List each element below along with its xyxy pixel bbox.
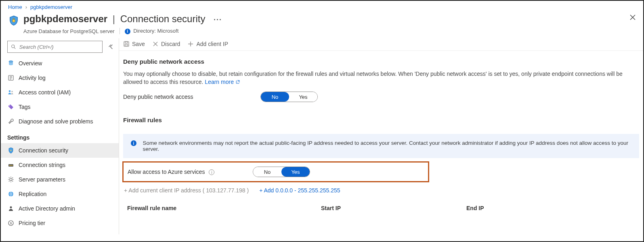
discard-button[interactable]: Discard bbox=[152, 41, 180, 47]
deny-toggle[interactable]: No Yes bbox=[260, 92, 318, 102]
shield-icon bbox=[8, 15, 19, 26]
svg-point-9 bbox=[10, 150, 12, 151]
firewall-info-text: Some network environments may not report… bbox=[143, 140, 631, 152]
subtitle-divider bbox=[120, 28, 120, 34]
sidebar-item-label: Diagnose and solve problems bbox=[19, 118, 93, 125]
col-end-ip: End IP bbox=[466, 205, 596, 211]
main-content: Save Discard Add client IP Deny public n… bbox=[119, 38, 643, 234]
connection-strings-icon bbox=[7, 161, 15, 169]
sidebar-item-server-parameters[interactable]: Server parameters bbox=[1, 172, 119, 187]
col-start-ip: Start IP bbox=[321, 205, 450, 211]
page-title-separator: | bbox=[110, 13, 117, 24]
sidebar-item-label: Tags bbox=[19, 104, 31, 110]
add-full-range-link[interactable]: + Add 0.0.0.0 - 255.255.255.255 bbox=[259, 187, 340, 194]
deny-section: Deny public network access You may optio… bbox=[119, 51, 643, 104]
sidebar-item-label: Replication bbox=[19, 191, 46, 197]
firewall-rule-headers: Firewall rule name Start IP End IP bbox=[119, 194, 643, 211]
firewall-add-links: + Add current client IP address ( 103.12… bbox=[119, 185, 643, 194]
firewall-section: Firewall rules bbox=[119, 104, 643, 130]
sidebar-item-activity-log[interactable]: Activity log bbox=[1, 71, 119, 85]
page-title-page: Connection security bbox=[120, 13, 206, 24]
add-client-ip-label: Add client IP bbox=[196, 41, 228, 47]
sidebar-search[interactable] bbox=[7, 41, 103, 53]
svg-line-21 bbox=[9, 181, 10, 182]
directory-label: Directory: Microsoft bbox=[133, 28, 178, 34]
breadcrumb-server[interactable]: pgbkpdemoserver bbox=[30, 4, 72, 10]
add-client-ip-button[interactable]: Add client IP bbox=[187, 41, 228, 47]
deny-toggle-yes[interactable]: Yes bbox=[289, 92, 317, 102]
svg-line-20 bbox=[13, 181, 13, 182]
search-icon bbox=[11, 44, 16, 50]
title-more-button[interactable]: ··· bbox=[208, 16, 222, 24]
breadcrumb-home[interactable]: Home bbox=[8, 4, 22, 10]
deny-toggle-no[interactable]: No bbox=[261, 92, 289, 102]
sidebar-item-pricing-tier[interactable]: $ Pricing tier bbox=[1, 216, 119, 230]
sidebar-item-label: Overview bbox=[19, 60, 42, 67]
svg-point-24 bbox=[10, 207, 12, 209]
allow-azure-toggle[interactable]: No Yes bbox=[253, 167, 310, 177]
shield-small-icon bbox=[7, 147, 15, 154]
sidebar-item-overview[interactable]: Overview bbox=[1, 56, 119, 71]
sidebar-item-replication[interactable]: Replication bbox=[1, 187, 119, 201]
sidebar-item-label: Connection strings bbox=[19, 162, 65, 168]
deny-description: You may optionally choose to disable, bu… bbox=[123, 70, 628, 86]
discard-button-label: Discard bbox=[161, 41, 180, 47]
sidebar-collapse-button[interactable] bbox=[107, 43, 115, 51]
deny-heading: Deny public network access bbox=[123, 58, 639, 65]
close-icon[interactable] bbox=[629, 14, 636, 23]
sidebar-item-connection-security[interactable]: Connection security bbox=[1, 143, 119, 158]
plus-icon bbox=[187, 41, 194, 47]
svg-rect-29 bbox=[125, 44, 128, 46]
svg-line-19 bbox=[9, 177, 10, 178]
deny-field-label: Deny public network access bbox=[123, 94, 244, 100]
svg-line-22 bbox=[13, 177, 13, 178]
gear-icon bbox=[7, 176, 15, 183]
allow-azure-toggle-yes[interactable]: Yes bbox=[281, 167, 310, 177]
sidebar-item-diagnose[interactable]: Diagnose and solve problems bbox=[1, 114, 119, 129]
svg-point-1 bbox=[12, 45, 15, 48]
svg-rect-13 bbox=[12, 165, 13, 166]
activity-log-icon bbox=[7, 74, 15, 81]
page-title-name: pgbkpdemoserver bbox=[23, 13, 107, 24]
sidebar-search-input[interactable] bbox=[19, 44, 99, 50]
sidebar-item-access-control[interactable]: Access control (IAM) bbox=[1, 85, 119, 100]
svg-line-2 bbox=[14, 48, 15, 49]
external-link-icon bbox=[235, 79, 240, 84]
info-icon: i bbox=[131, 140, 136, 146]
page-subtitle: Azure Database for PostgreSQL server i D… bbox=[1, 27, 643, 38]
svg-rect-0 bbox=[13, 20, 15, 22]
info-outline-icon[interactable]: i bbox=[209, 169, 214, 175]
allow-azure-toggle-no[interactable]: No bbox=[253, 167, 281, 177]
sidebar-item-label: Activity log bbox=[19, 75, 46, 81]
wrench-icon bbox=[7, 118, 15, 125]
sidebar-item-connection-strings[interactable]: Connection strings bbox=[1, 158, 119, 172]
sidebar-item-tags[interactable]: Tags bbox=[1, 100, 119, 114]
save-icon bbox=[123, 41, 130, 47]
svg-rect-27 bbox=[124, 42, 129, 46]
firewall-info-banner: i Some network environments may not repo… bbox=[123, 134, 639, 158]
svg-rect-28 bbox=[125, 42, 128, 43]
firewall-heading: Firewall rules bbox=[123, 117, 639, 123]
sidebar-section-settings: Settings bbox=[1, 129, 119, 143]
resource-type-label: Azure Database for PostgreSQL server bbox=[23, 28, 115, 34]
command-bar: Save Discard Add client IP bbox=[119, 38, 643, 51]
sidebar-item-label: Server parameters bbox=[19, 176, 65, 183]
pricing-icon: $ bbox=[7, 219, 15, 227]
access-control-icon bbox=[7, 89, 15, 96]
svg-point-14 bbox=[10, 178, 12, 181]
add-current-ip-link[interactable]: + Add current client IP address ( 103.12… bbox=[124, 187, 249, 194]
sidebar-item-label: Connection security bbox=[19, 147, 68, 154]
sidebar-item-ad-admin[interactable]: Active Directory admin bbox=[1, 201, 119, 216]
learn-more-link[interactable]: Learn more bbox=[205, 79, 240, 85]
svg-point-6 bbox=[9, 90, 11, 92]
tag-icon bbox=[7, 103, 15, 111]
col-rule-name: Firewall rule name bbox=[127, 205, 305, 211]
svg-rect-12 bbox=[10, 165, 11, 166]
sidebar-item-label: Active Directory admin bbox=[19, 205, 75, 212]
discard-icon bbox=[152, 41, 159, 47]
sidebar: Overview Activity log Access control (IA… bbox=[1, 38, 119, 234]
breadcrumb: Home › pgbkpdemoserver bbox=[1, 1, 643, 12]
save-button[interactable]: Save bbox=[123, 41, 145, 47]
breadcrumb-sep: › bbox=[25, 4, 27, 10]
save-button-label: Save bbox=[132, 41, 145, 47]
